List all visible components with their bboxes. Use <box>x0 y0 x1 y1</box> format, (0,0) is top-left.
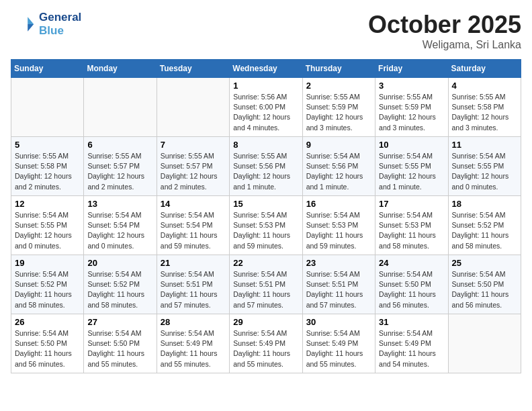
day-info: Sunrise: 5:55 AMSunset: 5:58 PMDaylight:… <box>15 151 80 192</box>
day-info: Sunrise: 5:54 AMSunset: 5:55 PMDaylight:… <box>15 210 80 251</box>
day-info: Sunrise: 5:54 AMSunset: 5:51 PMDaylight:… <box>233 269 298 310</box>
calendar-cell: 18Sunrise: 5:54 AMSunset: 5:52 PMDayligh… <box>448 196 521 255</box>
calendar-cell <box>448 314 521 373</box>
day-number: 23 <box>306 258 371 268</box>
weekday-header-tuesday: Tuesday <box>157 60 229 78</box>
calendar-cell <box>157 78 229 137</box>
day-number: 27 <box>87 317 152 327</box>
weekday-header-thursday: Thursday <box>302 60 375 78</box>
day-number: 25 <box>452 258 517 268</box>
day-info: Sunrise: 5:54 AMSunset: 5:54 PMDaylight:… <box>87 210 152 251</box>
day-number: 26 <box>15 317 80 327</box>
logo: General Blue <box>11 11 81 38</box>
weekday-header-sunday: Sunday <box>11 60 84 78</box>
day-info: Sunrise: 5:54 AMSunset: 5:53 PMDaylight:… <box>233 210 298 251</box>
calendar-header-row: SundayMondayTuesdayWednesdayThursdayFrid… <box>11 60 521 78</box>
calendar-cell: 21Sunrise: 5:54 AMSunset: 5:51 PMDayligh… <box>157 255 229 314</box>
calendar-cell: 14Sunrise: 5:54 AMSunset: 5:54 PMDayligh… <box>157 196 229 255</box>
day-number: 15 <box>233 199 298 209</box>
day-info: Sunrise: 5:56 AMSunset: 6:00 PMDaylight:… <box>233 92 298 133</box>
svg-marker-1 <box>28 24 34 32</box>
calendar-cell: 13Sunrise: 5:54 AMSunset: 5:54 PMDayligh… <box>84 196 157 255</box>
day-number: 11 <box>452 140 517 150</box>
calendar-cell: 28Sunrise: 5:54 AMSunset: 5:49 PMDayligh… <box>157 314 229 373</box>
weekday-header-wednesday: Wednesday <box>230 60 302 78</box>
day-number: 20 <box>87 258 152 268</box>
day-info: Sunrise: 5:55 AMSunset: 5:57 PMDaylight:… <box>161 151 226 192</box>
day-number: 19 <box>15 258 80 268</box>
day-info: Sunrise: 5:54 AMSunset: 5:56 PMDaylight:… <box>306 151 371 192</box>
day-info: Sunrise: 5:54 AMSunset: 5:49 PMDaylight:… <box>379 328 444 369</box>
calendar-cell: 20Sunrise: 5:54 AMSunset: 5:52 PMDayligh… <box>84 255 157 314</box>
day-info: Sunrise: 5:54 AMSunset: 5:53 PMDaylight:… <box>379 210 444 251</box>
calendar-cell <box>84 78 157 137</box>
day-info: Sunrise: 5:54 AMSunset: 5:49 PMDaylight:… <box>233 328 298 369</box>
calendar-cell: 3Sunrise: 5:55 AMSunset: 5:59 PMDaylight… <box>375 78 448 137</box>
day-number: 16 <box>306 199 371 209</box>
calendar-cell: 15Sunrise: 5:54 AMSunset: 5:53 PMDayligh… <box>230 196 302 255</box>
calendar-cell: 7Sunrise: 5:55 AMSunset: 5:57 PMDaylight… <box>157 137 229 196</box>
day-number: 17 <box>379 199 444 209</box>
logo-icon <box>11 12 35 36</box>
day-info: Sunrise: 5:54 AMSunset: 5:53 PMDaylight:… <box>306 210 371 251</box>
day-number: 12 <box>15 199 80 209</box>
calendar-cell: 26Sunrise: 5:54 AMSunset: 5:50 PMDayligh… <box>11 314 84 373</box>
day-info: Sunrise: 5:55 AMSunset: 5:57 PMDaylight:… <box>87 151 152 192</box>
day-number: 14 <box>161 199 226 209</box>
calendar-cell: 10Sunrise: 5:54 AMSunset: 5:55 PMDayligh… <box>375 137 448 196</box>
calendar-cell: 29Sunrise: 5:54 AMSunset: 5:49 PMDayligh… <box>230 314 302 373</box>
day-number: 7 <box>161 140 226 150</box>
calendar-cell: 25Sunrise: 5:54 AMSunset: 5:50 PMDayligh… <box>448 255 521 314</box>
calendar-table: SundayMondayTuesdayWednesdayThursdayFrid… <box>11 59 521 373</box>
day-info: Sunrise: 5:54 AMSunset: 5:55 PMDaylight:… <box>452 151 517 192</box>
day-number: 29 <box>233 317 298 327</box>
day-number: 22 <box>233 258 298 268</box>
calendar-week-4: 19Sunrise: 5:54 AMSunset: 5:52 PMDayligh… <box>11 255 521 314</box>
day-info: Sunrise: 5:54 AMSunset: 5:50 PMDaylight:… <box>15 328 80 369</box>
calendar-week-2: 5Sunrise: 5:55 AMSunset: 5:58 PMDaylight… <box>11 137 521 196</box>
day-info: Sunrise: 5:54 AMSunset: 5:52 PMDaylight:… <box>452 210 517 251</box>
day-info: Sunrise: 5:54 AMSunset: 5:52 PMDaylight:… <box>87 269 152 310</box>
day-info: Sunrise: 5:54 AMSunset: 5:49 PMDaylight:… <box>161 328 226 369</box>
day-number: 2 <box>306 81 371 91</box>
day-number: 18 <box>452 199 517 209</box>
day-info: Sunrise: 5:54 AMSunset: 5:52 PMDaylight:… <box>15 269 80 310</box>
weekday-header-saturday: Saturday <box>448 60 521 78</box>
calendar-cell: 17Sunrise: 5:54 AMSunset: 5:53 PMDayligh… <box>375 196 448 255</box>
day-number: 10 <box>379 140 444 150</box>
day-info: Sunrise: 5:55 AMSunset: 5:59 PMDaylight:… <box>306 92 371 133</box>
calendar-cell: 23Sunrise: 5:54 AMSunset: 5:51 PMDayligh… <box>302 255 375 314</box>
calendar-cell: 16Sunrise: 5:54 AMSunset: 5:53 PMDayligh… <box>302 196 375 255</box>
day-number: 5 <box>15 140 80 150</box>
calendar-cell: 12Sunrise: 5:54 AMSunset: 5:55 PMDayligh… <box>11 196 84 255</box>
calendar-cell: 31Sunrise: 5:54 AMSunset: 5:49 PMDayligh… <box>375 314 448 373</box>
month-title: October 2025 <box>368 11 521 39</box>
day-info: Sunrise: 5:54 AMSunset: 5:51 PMDaylight:… <box>306 269 371 310</box>
page-header: General Blue October 2025 Weligama, Sri … <box>11 11 521 51</box>
title-block: October 2025 Weligama, Sri Lanka <box>368 11 521 51</box>
calendar-week-3: 12Sunrise: 5:54 AMSunset: 5:55 PMDayligh… <box>11 196 521 255</box>
day-info: Sunrise: 5:54 AMSunset: 5:49 PMDaylight:… <box>306 328 371 369</box>
day-number: 30 <box>306 317 371 327</box>
calendar-cell: 11Sunrise: 5:54 AMSunset: 5:55 PMDayligh… <box>448 137 521 196</box>
calendar-cell: 4Sunrise: 5:55 AMSunset: 5:58 PMDaylight… <box>448 78 521 137</box>
svg-marker-0 <box>28 17 34 25</box>
location: Weligama, Sri Lanka <box>368 39 521 51</box>
day-info: Sunrise: 5:54 AMSunset: 5:50 PMDaylight:… <box>379 269 444 310</box>
calendar-cell: 24Sunrise: 5:54 AMSunset: 5:50 PMDayligh… <box>375 255 448 314</box>
calendar-cell <box>11 78 84 137</box>
day-number: 21 <box>161 258 226 268</box>
day-info: Sunrise: 5:55 AMSunset: 5:56 PMDaylight:… <box>233 151 298 192</box>
calendar-cell: 27Sunrise: 5:54 AMSunset: 5:50 PMDayligh… <box>84 314 157 373</box>
calendar-week-1: 1Sunrise: 5:56 AMSunset: 6:00 PMDaylight… <box>11 78 521 137</box>
day-number: 8 <box>233 140 298 150</box>
day-number: 13 <box>87 199 152 209</box>
day-info: Sunrise: 5:55 AMSunset: 5:59 PMDaylight:… <box>379 92 444 133</box>
calendar-cell: 19Sunrise: 5:54 AMSunset: 5:52 PMDayligh… <box>11 255 84 314</box>
logo-text: General Blue <box>39 11 81 38</box>
day-number: 4 <box>452 81 517 91</box>
day-info: Sunrise: 5:54 AMSunset: 5:50 PMDaylight:… <box>452 269 517 310</box>
day-number: 9 <box>306 140 371 150</box>
day-number: 6 <box>87 140 152 150</box>
calendar-cell: 22Sunrise: 5:54 AMSunset: 5:51 PMDayligh… <box>230 255 302 314</box>
